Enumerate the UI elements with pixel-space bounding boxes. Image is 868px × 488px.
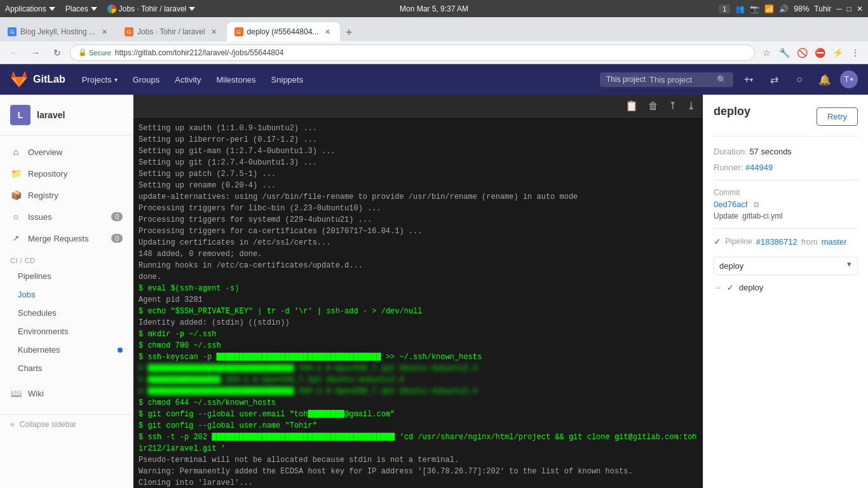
terminal-line: Cloning into 'laravel'... (139, 477, 698, 488)
window-minimize[interactable]: ─ (836, 4, 842, 13)
runner-label: Runner: (714, 163, 743, 172)
terminal-line: Updating certificates in /etc/ssl/certs.… (139, 237, 698, 248)
tab-close-deploy[interactable]: ✕ (322, 27, 332, 37)
terminal-line: Setting up git-man (1:2.7.4-0ubuntu1.3) … (139, 146, 698, 157)
sidebar-label-schedules: Schedules (18, 308, 123, 318)
issues-icon[interactable]: ○ (789, 69, 810, 90)
bookmark-button[interactable]: ☆ (759, 45, 774, 60)
sidebar-item-schedules[interactable]: Schedules (0, 304, 133, 322)
terminal-line: $ echo "$SSH_PRIVATE_KEY" | tr -d '\r' |… (139, 306, 698, 317)
terminal-line: $ chmod 644 ~/.ssh/known_hosts (139, 397, 698, 409)
scroll-top-button[interactable]: ⤒ (666, 97, 679, 114)
collapse-sidebar-button[interactable]: « Collapse sidebar (0, 414, 133, 434)
sidebar-item-repository[interactable]: 📁 Repository (0, 163, 133, 184)
nav-groups[interactable]: Groups (126, 71, 166, 88)
collapse-label: Collapse sidebar (20, 420, 76, 429)
duration-label: Duration: (714, 147, 747, 156)
new-tab-button[interactable]: + (340, 24, 358, 41)
sidebar-item-jobs[interactable]: Jobs (0, 285, 133, 304)
project-icon: L (10, 105, 31, 125)
sidebar-item-pipelines[interactable]: Pipelines (0, 267, 133, 285)
scroll-bottom-button[interactable]: ⤓ (684, 97, 698, 114)
pipeline-section: ✓ Pipeline #18386712 from master deploy … (714, 236, 858, 292)
address-url[interactable]: https://gitlab.com/tohir212/laravel/-/jo… (115, 48, 284, 57)
wiki-icon: 📖 (10, 388, 22, 399)
merge-requests-icon[interactable]: ⇄ (764, 69, 784, 90)
sidebar-item-wiki[interactable]: 📖 Wiki (0, 383, 133, 404)
sidebar-item-charts[interactable]: Charts (0, 359, 133, 377)
duration-value: 57 seconds (749, 147, 792, 156)
ublock-button[interactable]: ⛔ (812, 45, 827, 60)
places-menu[interactable]: Places (65, 4, 97, 13)
notifications-icon[interactable]: 🔔 (815, 69, 835, 90)
sidebar-header: L laravel (0, 95, 133, 136)
sidebar-label-issues: Issues (28, 212, 105, 222)
project-name[interactable]: laravel (37, 110, 65, 120)
gitlab-logo-text: GitLab (33, 74, 65, 85)
sidebar-item-overview[interactable]: ⌂ Overview (0, 141, 133, 163)
chrome-label: Jobs · Tohir / laravel (119, 4, 187, 13)
job-stage-name[interactable]: deploy (739, 283, 763, 292)
sidebar-item-environments[interactable]: Environments (0, 322, 133, 341)
user-avatar[interactable]: T ▾ (840, 71, 858, 88)
forward-button[interactable]: → (27, 44, 44, 62)
window-maximize[interactable]: □ (847, 4, 851, 13)
gitlab-logo[interactable]: GitLab (10, 71, 65, 88)
tab-favicon-deploy: G (234, 27, 243, 36)
applications-menu[interactable]: Applications (5, 4, 55, 13)
search-input[interactable] (649, 75, 713, 85)
user-label: Tuhir (814, 4, 831, 13)
back-button[interactable]: ← (5, 44, 23, 62)
terminal-line: Identity added: (stdin) ((stdin)) (139, 317, 698, 329)
hola-button[interactable]: ⚡ (830, 45, 845, 60)
nav-activity[interactable]: Activity (168, 71, 207, 88)
nav-projects[interactable]: Projects ▾ (76, 71, 124, 88)
tab-favicon-jobs: G (125, 27, 133, 36)
search-this-project: This project (606, 75, 646, 84)
search-icon[interactable]: 🔍 (717, 75, 727, 85)
mr-badge: 0 (111, 234, 123, 243)
sidebar-item-kubernetes[interactable]: Kubernetes (0, 341, 133, 359)
sidebar-item-issues[interactable]: ○ Issues 0 (0, 206, 133, 227)
pipeline-label-text: Pipeline (725, 237, 752, 246)
browser-actions: ☆ 🔧 🚫 ⛔ ⚡ ⋮ (759, 45, 863, 60)
reload-button[interactable]: ↻ (48, 44, 66, 62)
ci-cd-section-label: CI / CD (0, 249, 133, 267)
tab-jobs[interactable]: G Jobs · Tohir / laravel ✕ (117, 22, 227, 41)
nav-snippets[interactable]: Snippets (265, 71, 310, 88)
window-close[interactable]: ✕ (857, 4, 863, 13)
divider-3 (714, 228, 858, 229)
places-label: Places (65, 4, 88, 13)
sidebar-item-merge-requests[interactable]: ↗ Merge Requests 0 (0, 227, 133, 249)
commit-copy-button[interactable]: ⧉ (754, 200, 759, 209)
commit-hash[interactable]: 0ed76acf (714, 200, 748, 209)
extensions-button[interactable]: 🔧 (776, 45, 792, 60)
tab-deploy[interactable]: G deploy (#55644804... ✕ (227, 22, 341, 41)
tab-bar: G Blog Jekyll, Hosting ... ✕ G Jobs · To… (0, 17, 868, 41)
tab-close-blog[interactable]: ✕ (99, 27, 109, 37)
delete-log-button[interactable]: 🗑 (646, 98, 661, 114)
tab-close-jobs[interactable]: ✕ (209, 27, 219, 37)
menu-button[interactable]: ⋮ (848, 45, 863, 60)
branch-link[interactable]: master (822, 237, 847, 247)
terminal-section[interactable]: 📋 🗑 ⤒ ⤓ Setting up xauth (1:1.0.9-1ubunt… (133, 95, 703, 488)
add-button[interactable]: + ▾ (738, 69, 759, 90)
copy-log-button[interactable]: 📋 (623, 97, 641, 114)
retry-button[interactable]: Retry (817, 107, 858, 126)
tab-blog[interactable]: G Blog Jekyll, Hosting ... ✕ (0, 22, 117, 41)
nav-milestones[interactable]: Milestones (210, 71, 262, 88)
job-info: Duration: 57 seconds Runner: #44949 (714, 147, 858, 172)
terminal-line: $ chmod 700 ~/.ssh (139, 340, 698, 351)
address-input[interactable]: 🔒 Secure https://gitlab.com/tohir212/lar… (70, 44, 755, 61)
stage-select[interactable]: deploy (714, 257, 858, 275)
sidebar-label-pipelines: Pipelines (18, 271, 123, 281)
registry-icon: 📦 (10, 189, 22, 201)
terminal-line: Pseudo-terminal will not be allocated be… (139, 454, 698, 466)
runner-link[interactable]: #44949 (745, 163, 773, 172)
pipeline-number-link[interactable]: #18386712 (756, 237, 797, 247)
search-box[interactable]: This project 🔍 (600, 72, 733, 87)
sidebar-item-registry[interactable]: 📦 Registry (0, 184, 133, 206)
adblock-button[interactable]: 🚫 (794, 45, 810, 60)
nav-right: This project 🔍 + ▾ ⇄ ○ 🔔 T ▾ (600, 69, 858, 90)
kubernetes-dot (118, 348, 123, 353)
